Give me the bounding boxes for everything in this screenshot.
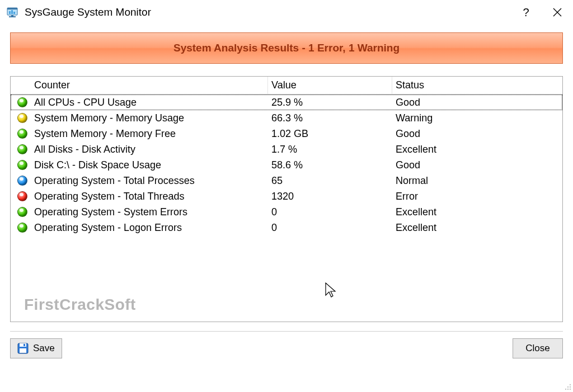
table-row[interactable]: Operating System - Total Processes65Norm… <box>11 173 562 188</box>
counter-cell: Disk C:\ - Disk Space Usage <box>31 159 268 171</box>
status-orb-cell <box>11 97 31 107</box>
status-orb-icon <box>17 176 27 186</box>
titlebar: SysGauge System Monitor ? <box>0 0 573 25</box>
svg-rect-5 <box>11 10 13 14</box>
status-orb-icon <box>17 160 27 170</box>
status-orb-cell <box>11 129 31 139</box>
table-header: Counter Value Status <box>11 77 562 95</box>
status-cell: Warning <box>392 112 562 124</box>
results-table: Counter Value Status All CPUs - CPU Usag… <box>10 76 563 322</box>
svg-rect-1 <box>7 8 17 10</box>
counter-cell: System Memory - Memory Free <box>31 128 268 140</box>
footer-separator <box>10 331 563 332</box>
svg-point-16 <box>570 389 571 390</box>
column-header-counter[interactable]: Counter <box>31 77 268 94</box>
value-cell: 1.7 % <box>268 144 392 155</box>
counter-cell: Operating System - Logon Errors <box>31 222 268 234</box>
table-row[interactable]: Operating System - Logon Errors0Excellen… <box>11 220 562 235</box>
counter-cell: Operating System - System Errors <box>31 206 268 218</box>
status-cell: Normal <box>392 175 562 187</box>
table-row[interactable]: System Memory - Memory Free1.02 GBGood <box>11 126 562 141</box>
save-icon <box>17 343 29 354</box>
counter-cell: Operating System - Total Processes <box>31 175 268 187</box>
table-row[interactable]: All CPUs - CPU Usage25.9 %Good <box>11 95 562 110</box>
value-cell: 58.6 % <box>268 159 392 171</box>
status-orb-cell <box>11 191 31 201</box>
status-cell: Good <box>392 128 562 140</box>
table-row[interactable]: Operating System - Total Threads1320Erro… <box>11 188 562 204</box>
table-row[interactable]: All Disks - Disk Activity1.7 %Excellent <box>11 141 562 157</box>
status-cell: Excellent <box>392 206 562 218</box>
resize-grip-icon[interactable] <box>563 382 572 391</box>
counter-cell: All CPUs - CPU Usage <box>31 97 268 108</box>
status-cell: Good <box>392 97 562 108</box>
svg-rect-4 <box>9 11 11 14</box>
save-button-label: Save <box>33 343 55 354</box>
svg-rect-10 <box>24 344 25 346</box>
svg-point-13 <box>570 386 571 388</box>
status-orb-cell <box>11 144 31 154</box>
status-orb-icon <box>17 191 27 201</box>
value-cell: 1.02 GB <box>268 128 392 140</box>
svg-rect-6 <box>13 12 15 14</box>
svg-point-15 <box>567 389 569 390</box>
close-button[interactable]: Close <box>513 338 563 358</box>
counter-cell: All Disks - Disk Activity <box>31 144 268 155</box>
status-orb-icon <box>17 129 27 139</box>
status-orb-icon <box>17 113 27 123</box>
status-orb-icon <box>17 144 27 154</box>
counter-cell: System Memory - Memory Usage <box>31 112 268 124</box>
value-cell: 0 <box>268 206 392 218</box>
status-orb-cell <box>11 113 31 123</box>
table-row[interactable]: Operating System - System Errors0Excelle… <box>11 204 562 220</box>
value-cell: 25.9 % <box>268 97 392 108</box>
status-orb-icon <box>17 97 27 107</box>
status-orb-icon <box>17 223 27 233</box>
status-cell: Error <box>392 191 562 202</box>
value-cell: 1320 <box>268 191 392 202</box>
status-orb-cell <box>11 160 31 170</box>
svg-point-11 <box>570 384 571 385</box>
watermark-text: FirstCrackSoft <box>24 296 136 314</box>
status-orb-icon <box>17 207 27 217</box>
results-banner: System Analysis Results - 1 Error, 1 War… <box>10 32 563 64</box>
status-orb-cell <box>11 207 31 217</box>
table-row[interactable]: System Memory - Memory Usage66.3 %Warnin… <box>11 110 562 126</box>
svg-rect-9 <box>20 348 26 353</box>
save-button[interactable]: Save <box>10 338 62 358</box>
window-title: SysGauge System Monitor <box>25 6 510 18</box>
close-window-button[interactable] <box>542 0 573 25</box>
value-cell: 66.3 % <box>268 112 392 124</box>
status-cell: Excellent <box>392 144 562 155</box>
svg-rect-3 <box>11 15 13 16</box>
table-row[interactable]: Disk C:\ - Disk Space Usage58.6 %Good <box>11 157 562 173</box>
results-banner-text: System Analysis Results - 1 Error, 1 War… <box>173 42 400 54</box>
counter-cell: Operating System - Total Threads <box>31 191 268 202</box>
column-header-icon[interactable] <box>11 77 31 94</box>
svg-rect-2 <box>9 16 16 17</box>
app-icon <box>6 6 19 19</box>
value-cell: 0 <box>268 222 392 234</box>
svg-point-14 <box>565 389 566 390</box>
status-cell: Excellent <box>392 222 562 234</box>
status-cell: Good <box>392 159 562 171</box>
close-button-label: Close <box>525 343 549 354</box>
value-cell: 65 <box>268 175 392 187</box>
svg-rect-8 <box>20 343 26 347</box>
help-button[interactable]: ? <box>510 0 542 25</box>
status-orb-cell <box>11 176 31 186</box>
column-header-status[interactable]: Status <box>392 77 562 94</box>
status-orb-cell <box>11 223 31 233</box>
column-header-value[interactable]: Value <box>268 77 392 94</box>
svg-point-12 <box>567 386 569 388</box>
